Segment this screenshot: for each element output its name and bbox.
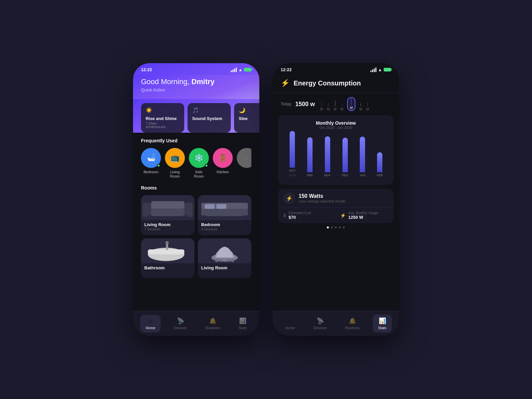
devices-icon: 📡 [177,317,184,325]
chair-img [198,238,251,263]
bar-oct-label: OCT [289,169,295,172]
nav-devices-label: Devices [174,326,187,330]
right-nav-routines[interactable]: 🔔 Routines [340,315,365,332]
bar-feb: FEB [377,152,383,177]
estimated-cost-item: $ Estimated Cost $70 [283,211,332,220]
nav-stats[interactable]: 📊 Stats [233,315,252,332]
tick-1[interactable]: M [320,102,323,111]
battery-icon [244,68,251,71]
room-card-chair[interactable]: Living Room [198,238,251,278]
time-ticks: M M M M M M [320,97,391,111]
dot-2[interactable] [331,226,333,228]
tick-label-1: M [320,107,323,111]
nav-routines[interactable]: 🔔 Routines [200,315,225,332]
tick-3[interactable]: M [334,100,336,111]
bar-nov-label: NOV [324,174,331,177]
stats-icon: 📊 [239,317,246,325]
right-signal-icon [370,67,376,72]
bar-dec-rect [342,138,348,172]
circle-extra[interactable]: ··· [237,148,251,179]
qa-card-sleep[interactable]: 🌙 Slee [234,103,259,133]
header-area: Good Morning, Dmitry Quick Action [133,75,259,99]
monthly-title: Monthly Overview [283,120,388,126]
tick-7[interactable]: M [366,102,369,111]
nav-home[interactable]: ⌂ Home [140,315,161,332]
bar-jan-rect [360,137,365,172]
bedroom-room-name: Bedroom [201,222,248,227]
bar-chart: OCT 2019 SEP NOV DEC JAN FEB [283,134,388,177]
svg-rect-5 [183,215,188,218]
svg-rect-9 [216,204,226,209]
circle-livingroom[interactable]: 📺 LivingRoom [165,148,185,179]
extra-icon: ··· [237,148,251,168]
living-room-img [141,195,195,220]
qa-card-sound[interactable]: 🎵 Sound System [188,103,231,133]
circle-bedroom[interactable]: 🛁 Bedroom [141,148,161,179]
right-nav-routines-label: Routines [345,326,359,330]
bedroom-room-info: Bedroom 4 Devices [198,220,251,233]
avg-usage-label: Avg. Monthly Usage [348,211,378,215]
dollar-icon: $ [283,213,286,218]
energy-header: ⚡ Energy Consumption [273,75,399,93]
dot-3[interactable] [335,226,337,228]
bar-sep-rect [307,137,313,172]
rise-icon: ☀️ [146,107,180,113]
right-status-icons: ▲ [370,67,391,72]
kidsroom-active-dot [205,164,208,167]
rooms-grid: Living Room 7 Devices [141,195,251,278]
bedroom-label: Bedroom [144,170,159,174]
tick-2[interactable]: M [327,103,330,111]
right-nav-devices[interactable]: 📡 Devices [308,315,332,332]
dot-1[interactable] [327,226,329,228]
energy-title-row: ⚡ Energy Consumption [281,79,391,87]
energy-title-text: Energy Consumption [294,79,361,87]
left-time: 12:22 [141,67,152,72]
moon-icon: 🌙 [239,107,259,113]
bar-dec-label: DEC [342,174,348,177]
right-nav-stats[interactable]: 📊 Stats [373,315,392,332]
tick-6[interactable]: M [359,103,362,111]
right-phone: 12:22 ▲ ⚡ Energy Consumption Today 1500 … [273,63,399,336]
qa-rise-badge: SCHEDULED [146,125,180,129]
bar-sep-label: SEP [307,174,313,177]
tick-label-7: M [366,107,369,111]
right-status-bar: 12:22 ▲ [273,63,399,75]
svg-rect-3 [151,201,185,208]
room-card-bedroom[interactable]: Bedroom 4 Devices [198,195,251,235]
tick-bar-3 [335,100,335,106]
room-card-bathroom[interactable]: Bathroom [141,238,195,278]
qa-card-rise[interactable]: ☀️ Rise and Shine 7.30am SCHEDULED [141,103,184,133]
kitchen-label: Kitchen [217,170,229,174]
qa-rise-title: Rise and Shine [146,116,180,121]
left-status-icons: ▲ [231,67,251,72]
svg-rect-6 [201,208,248,216]
dot-4[interactable] [339,226,341,228]
right-nav-home[interactable]: ⌂ Home [280,315,300,332]
savings-text: 150 Watts Less energy used this month [299,193,345,203]
bar-oct: OCT 2019 [289,131,296,177]
circle-kitchen[interactable]: 🚪 Kitchen [213,148,233,179]
room-card-living[interactable]: Living Room 7 Devices [141,195,195,235]
tick-label-6: M [359,107,362,111]
nav-devices[interactable]: 📡 Devices [169,315,192,332]
circle-kidsroom[interactable]: ❄️ KidsRoom [189,148,209,179]
svg-rect-8 [205,204,215,209]
right-wifi-icon: ▲ [378,67,382,72]
bar-nov: NOV [324,136,331,177]
cost-divider [336,212,336,218]
tick-4[interactable]: M [340,103,343,111]
living-room-devices: 7 Devices [144,227,191,231]
tick-active[interactable]: M [347,97,355,111]
avg-usage-value: 1250 W [348,215,378,220]
dot-5[interactable] [343,226,345,228]
tick-label-2: M [327,107,330,111]
nav-home-label: Home [146,326,155,330]
living-room-name: Living Room [144,222,191,227]
avg-usage-item: ⚡ Avg. Monthly Usage 1250 W [340,211,389,220]
bar-feb-label: FEB [377,174,383,177]
right-nav-devices-label: Devices [314,326,327,330]
tick-bar-1 [322,102,322,106]
tick-bar-6 [360,103,361,106]
savings-desc: Less energy used this month [299,199,345,203]
bolt-icon: ⚡ [281,79,290,87]
